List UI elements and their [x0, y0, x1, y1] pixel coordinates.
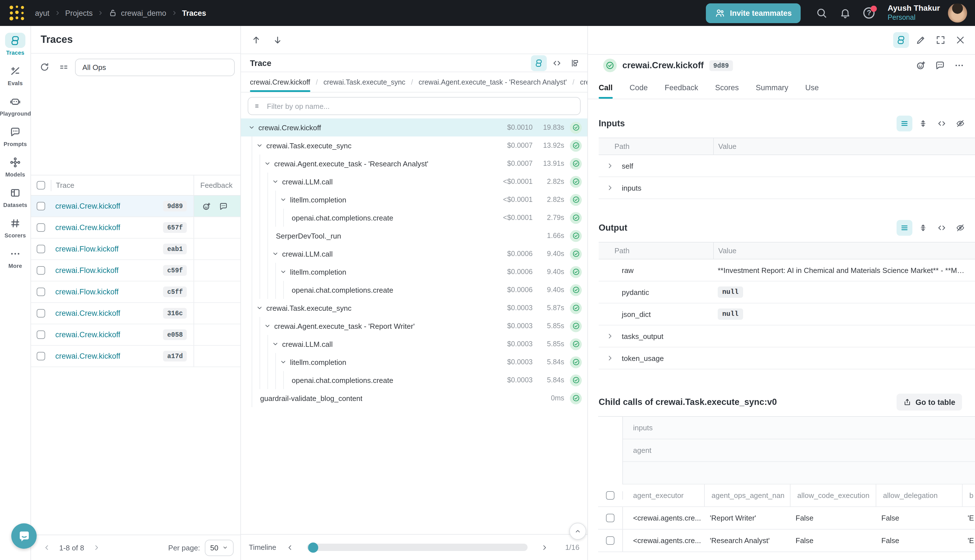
tree-row[interactable]: crewai.LLM.call <$0.0001 2.82s — [241, 173, 588, 191]
avatar[interactable] — [948, 3, 967, 23]
table-row[interactable]: crewai.Flow.kickoff eab1 — [31, 238, 240, 260]
flame-view-button[interactable] — [567, 55, 583, 71]
op-filter-input[interactable] — [267, 102, 574, 110]
timeline-slider-thumb[interactable] — [308, 542, 318, 552]
row-checkbox[interactable] — [37, 330, 45, 339]
row-checkbox[interactable] — [606, 514, 614, 522]
sidebar-item-datasets[interactable]: Datasets — [0, 185, 30, 208]
tree-row[interactable]: litellm.completion $0.0006 9.40s — [241, 263, 588, 281]
table-row[interactable]: crewai.Flow.kickoff c59f — [31, 260, 240, 282]
sidebar-item-scorers[interactable]: Scorers — [0, 215, 30, 238]
list-view-icon[interactable] — [897, 116, 912, 132]
edit-icon[interactable] — [913, 32, 929, 48]
sidebar-item-models[interactable]: Models — [0, 155, 30, 178]
row-checkbox[interactable] — [37, 288, 45, 296]
chevron-down-icon[interactable] — [264, 323, 274, 329]
sidebar-item-more[interactable]: More — [0, 246, 30, 269]
table-row[interactable]: token_usage — [599, 347, 975, 369]
refresh-button[interactable] — [37, 59, 52, 75]
timeline-prev-button[interactable] — [281, 544, 299, 551]
chevron-right-icon[interactable] — [606, 184, 622, 191]
table-row[interactable]: <crewai.agents.cre... 'Research Analyst'… — [598, 530, 975, 552]
chevron-right-icon[interactable] — [606, 162, 622, 169]
column-header[interactable]: b — [962, 485, 975, 507]
chevron-down-icon[interactable] — [280, 268, 290, 275]
table-row[interactable]: crewai.Crew.kickoff e058 — [31, 324, 240, 346]
column-header[interactable]: allow_delegation — [876, 485, 962, 507]
row-checkbox[interactable] — [37, 223, 45, 232]
go-to-table-button[interactable]: Go to table — [896, 393, 962, 410]
trace-crumb-tab[interactable]: crewai.LLM.cal — [580, 72, 588, 92]
chevron-right-icon[interactable] — [606, 333, 622, 340]
add-note-icon[interactable] — [219, 202, 228, 211]
notifications-bell-icon[interactable] — [840, 7, 851, 18]
tab-feedback[interactable]: Feedback — [664, 76, 698, 99]
trace-link[interactable]: crewai.Crew.kickoff — [55, 330, 120, 339]
tree-row[interactable]: openai.chat.completions.create $0.0003 5… — [241, 371, 588, 389]
invite-teammates-button[interactable]: Invite teammates — [706, 3, 801, 23]
row-checkbox[interactable] — [606, 536, 614, 545]
trace-link[interactable]: crewai.Crew.kickoff — [55, 202, 120, 210]
chevron-down-icon[interactable] — [264, 160, 274, 167]
table-row[interactable]: <crewai.agents.cre... 'Report Writer' Fa… — [598, 507, 975, 530]
chevron-right-icon[interactable] — [606, 355, 622, 362]
tree-row[interactable]: crewai.LLM.call $0.0006 9.40s — [241, 245, 588, 263]
chevron-down-icon[interactable] — [280, 359, 290, 365]
tree-toggle-button[interactable] — [893, 32, 909, 48]
add-note-icon[interactable] — [932, 58, 948, 73]
row-checkbox[interactable] — [37, 202, 45, 210]
code-view-icon[interactable] — [934, 116, 950, 132]
table-row[interactable]: crewai.Crew.kickoff 316c — [31, 303, 240, 324]
list-view-icon[interactable] — [897, 220, 912, 236]
help-icon[interactable]: ? — [863, 7, 875, 18]
tree-row[interactable]: crewai.LLM.call $0.0003 5.85s — [241, 335, 588, 353]
chevron-down-icon[interactable] — [256, 305, 266, 311]
overflow-menu-icon[interactable] — [951, 58, 967, 73]
trace-link[interactable]: crewai.Flow.kickoff — [55, 266, 119, 275]
column-header[interactable]: allow_code_execution — [790, 485, 876, 507]
sidebar-item-playground[interactable]: Playground — [0, 93, 30, 117]
trace-crumb-tab[interactable]: crewai.Crew.kickoff — [250, 72, 311, 92]
row-checkbox[interactable] — [37, 352, 45, 360]
fullscreen-icon[interactable] — [933, 32, 948, 48]
hide-values-icon[interactable] — [952, 116, 968, 132]
table-row[interactable]: json_dict null — [599, 303, 975, 325]
tree-row[interactable]: guardrail-validate_blog_content 0ms — [241, 389, 588, 407]
search-icon[interactable] — [816, 7, 827, 18]
expand-rows-icon[interactable] — [915, 220, 931, 236]
timeline-next-button[interactable] — [536, 544, 554, 551]
table-row[interactable]: crewai.Flow.kickoff c5ff — [31, 282, 240, 303]
chevron-down-icon[interactable] — [248, 124, 259, 131]
add-reaction-icon[interactable] — [913, 58, 929, 73]
tree-view-button[interactable] — [531, 55, 547, 71]
trace-crumb-tab[interactable]: crewai.Agent.execute_task - 'Research An… — [419, 72, 567, 92]
tab-call[interactable]: Call — [599, 76, 613, 99]
breadcrumb-entity[interactable]: ayut — [35, 9, 49, 17]
next-page-button[interactable] — [87, 544, 105, 551]
tree-row[interactable]: crewai.Agent.execute_task - 'Research An… — [241, 155, 588, 173]
trace-link[interactable]: crewai.Crew.kickoff — [55, 223, 120, 232]
tree-row[interactable]: crewai.Crew.kickoff $0.0010 19.83s — [241, 118, 588, 137]
prev-page-button[interactable] — [38, 544, 56, 551]
scroll-top-button[interactable] — [569, 523, 586, 540]
table-row[interactable]: self — [599, 155, 975, 177]
trace-link[interactable]: crewai.Crew.kickoff — [55, 352, 120, 360]
table-row[interactable]: crewai.Crew.kickoff 657f — [31, 217, 240, 238]
user-menu[interactable]: Ayush Thakur Personal — [888, 4, 940, 22]
column-header[interactable]: agent_executor — [623, 491, 704, 500]
tree-row[interactable]: crewai.Task.execute_sync $0.0007 13.92s — [241, 137, 588, 155]
tab-code[interactable]: Code — [630, 76, 648, 99]
expand-rows-icon[interactable] — [915, 116, 931, 132]
feedback-column-header[interactable]: Feedback — [194, 175, 240, 195]
support-chat-button[interactable] — [11, 523, 37, 549]
sidebar-item-prompts[interactable]: Prompts — [0, 124, 30, 147]
select-all-checkbox[interactable] — [606, 491, 614, 500]
wandb-logo-icon[interactable] — [8, 4, 25, 22]
tree-row[interactable]: openai.chat.completions.create <$0.0001 … — [241, 209, 588, 227]
previous-trace-button[interactable] — [251, 35, 261, 45]
per-page-select[interactable]: 50 — [205, 539, 234, 556]
row-checkbox[interactable] — [37, 266, 45, 275]
chevron-down-icon[interactable] — [280, 196, 290, 203]
add-reaction-icon[interactable] — [202, 202, 211, 211]
tree-row[interactable]: SerperDevTool._run 1.66s — [241, 227, 588, 245]
